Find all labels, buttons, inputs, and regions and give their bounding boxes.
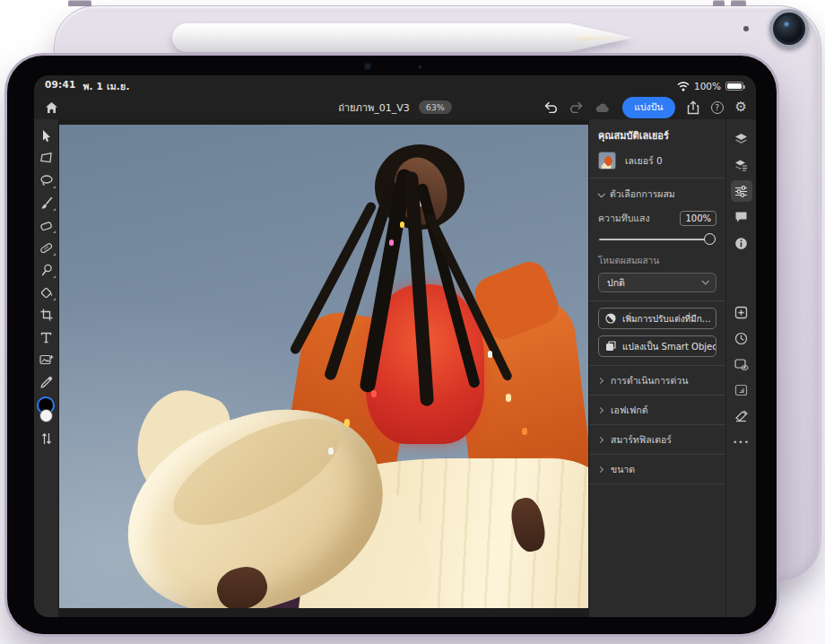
healing-brush-tool[interactable] [37, 238, 56, 257]
home-icon[interactable] [45, 101, 58, 114]
info-icon[interactable] [731, 232, 752, 254]
swap-colors-tool[interactable] [37, 429, 56, 448]
rear-camera-lens [769, 9, 809, 48]
help-icon[interactable]: ? [711, 101, 724, 114]
cloud-sync-icon[interactable] [595, 102, 611, 113]
add-layer-icon[interactable] [731, 301, 752, 323]
opacity-value-field[interactable]: 100% [680, 211, 716, 226]
clone-stamp-tool[interactable] [37, 260, 56, 280]
photo-clip [389, 239, 394, 246]
more-dots: ••• [733, 438, 750, 447]
photo-clip [328, 448, 334, 455]
deselect-icon[interactable] [731, 405, 752, 427]
chevron-right-icon [597, 436, 604, 442]
settings-gear-icon[interactable]: ⚙ [735, 100, 747, 114]
layer-thumbnail[interactable] [598, 152, 616, 170]
more-options-icon[interactable]: ••• [731, 431, 752, 453]
layer-properties-icon[interactable] [731, 154, 752, 176]
main-row: คุณสมบัติเลเยอร์ เลเยอร์ 0 ตัวเลือกการผส… [34, 119, 756, 617]
rear-ipad-volume-up-button [713, 0, 725, 6]
opacity-slider-knob[interactable] [704, 233, 716, 245]
add-adjustment-label: เพิ่มการปรับแต่งที่มีก... [622, 312, 710, 326]
fill-tool[interactable] [37, 283, 56, 302]
battery-percent: 100% [694, 81, 721, 91]
version-history-icon[interactable] [731, 327, 752, 349]
document-title: ถ่ายภาพ_01_V3 [338, 100, 409, 116]
lasso-tool[interactable] [37, 170, 56, 190]
divider [589, 483, 725, 484]
blend-mode-label: โหมดผสมผสาน [598, 254, 716, 267]
section-label: ขนาด [611, 462, 635, 477]
add-adjustment-button[interactable]: เพิ่มการปรับแต่งที่มีก... [598, 308, 716, 329]
layer-row[interactable]: เลเยอร์ 0 [598, 152, 716, 170]
panel-title: คุณสมบัติเลเยอร์ [598, 127, 716, 144]
section-size[interactable]: ขนาด [598, 455, 716, 483]
battery-icon [725, 82, 743, 91]
tools-toolbar [34, 119, 59, 617]
header-bar: ถ่ายภาพ_01_V3 63% แบ่งปัน [34, 95, 756, 119]
section-label: สมาร์ทฟิลเตอร์ [611, 432, 672, 448]
smart-object-icon [605, 341, 616, 352]
comments-icon[interactable] [731, 206, 752, 228]
wifi-icon [677, 82, 690, 91]
rear-microphone-dot [743, 26, 749, 31]
section-label: เอฟเฟกต์ [611, 403, 648, 418]
blend-options-label: ตัวเลือกการผสม [610, 187, 675, 202]
rear-ipad-top-button [68, 0, 91, 6]
chevron-right-icon [597, 406, 604, 413]
chevron-down-icon [597, 190, 604, 197]
layer-name: เลเยอร์ 0 [625, 153, 663, 169]
send-to-app-icon[interactable] [731, 379, 752, 401]
eyedropper-tool[interactable] [37, 372, 56, 392]
clock-date: พ. 1 เม.ย. [82, 79, 129, 94]
place-photo-tool[interactable] [37, 350, 56, 370]
adjustment-icon [605, 313, 616, 324]
convert-smart-object-button[interactable]: แปลงเป็น Smart Object [598, 335, 716, 357]
apple-pencil-body [172, 23, 633, 52]
zoom-level-badge[interactable]: 63% [419, 100, 452, 114]
opacity-slider-track [599, 239, 716, 240]
opacity-slider[interactable] [599, 232, 716, 247]
status-bar: 09:41 พ. 1 เม.ย. 100% [34, 75, 756, 95]
brush-tool[interactable] [37, 193, 56, 213]
share-button[interactable]: แบ่งปัน [622, 97, 674, 118]
blend-mode-value: ปกติ [607, 275, 625, 291]
convert-smart-object-label: แปลงเป็น Smart Object [622, 340, 716, 353]
chevron-right-icon [597, 377, 604, 383]
layers-icon[interactable] [731, 128, 752, 150]
section-effects[interactable]: เอฟเฟกต์ [598, 396, 716, 424]
divider [589, 300, 725, 301]
blend-options-header[interactable]: ตัวเลือกการผสม [598, 178, 716, 209]
edit-properties-icon[interactable] [731, 180, 752, 202]
front-ipad: 09:41 พ. 1 เม.ย. 100% ถ่ายภาพ_01_V3 [7, 56, 777, 634]
section-smart-filters[interactable]: สมาร์ทฟิลเตอร์ [598, 425, 716, 454]
layer-visibility-icon[interactable] [731, 353, 752, 375]
task-strip: ••• [725, 119, 756, 617]
blend-mode-dropdown[interactable]: ปกติ [598, 273, 716, 292]
photo-clip [522, 428, 527, 435]
photo-layer[interactable] [59, 125, 588, 608]
undo-icon[interactable] [544, 101, 558, 113]
opacity-label: ความทึบแสง [598, 211, 650, 226]
photo-clip [400, 222, 404, 228]
section-quick-actions[interactable]: การดำเนินการด่วน [598, 366, 716, 395]
redo-icon[interactable] [569, 101, 583, 113]
front-sensor-dot [419, 65, 421, 68]
scene: 09:41 พ. 1 เม.ย. 100% ถ่ายภาพ_01_V3 [0, 0, 825, 644]
opacity-row: ความทึบแสง 100% [598, 211, 716, 226]
chevron-right-icon [597, 466, 604, 472]
photo-clip [506, 394, 511, 402]
background-color-chip[interactable] [40, 410, 52, 422]
chevron-down-icon [701, 277, 708, 284]
transform-tool[interactable] [37, 148, 56, 168]
crop-tool[interactable] [37, 305, 56, 325]
export-icon[interactable] [687, 100, 699, 115]
color-chips[interactable] [37, 398, 56, 427]
layer-properties-panel: คุณสมบัติเลเยอร์ เลเยอร์ 0 ตัวเลือกการผส… [588, 119, 725, 617]
document-canvas[interactable] [59, 119, 588, 617]
eraser-tool[interactable] [37, 215, 56, 235]
clock-time: 09:41 [45, 79, 75, 94]
move-tool[interactable] [37, 126, 56, 145]
photo-clip [371, 390, 377, 397]
type-tool[interactable] [37, 327, 56, 347]
